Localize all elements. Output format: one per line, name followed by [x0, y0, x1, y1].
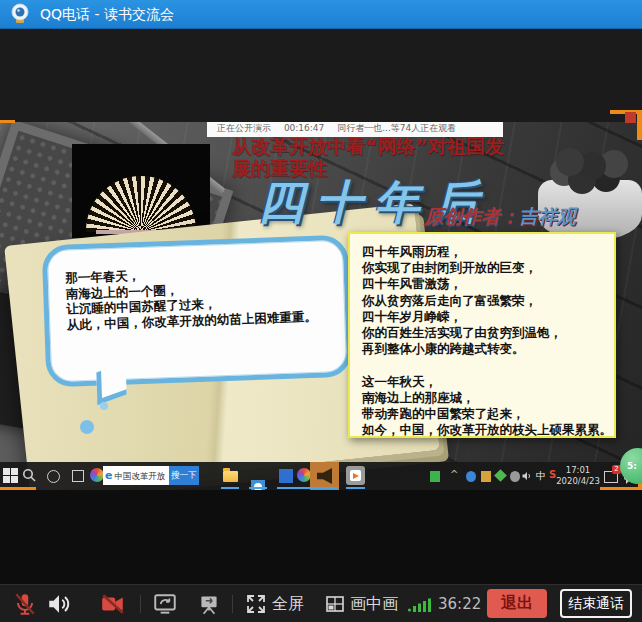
share-border-top-left	[0, 120, 15, 123]
taskbar-search-go-button[interactable]: 搜一下	[169, 466, 199, 485]
book-fan-pages	[86, 176, 196, 232]
active-presentation-app[interactable]	[310, 462, 339, 490]
cortana-icon[interactable]	[47, 470, 60, 483]
taskbar-search-query: 中国改革开放	[114, 471, 165, 481]
poem-line: 四十年风雷激荡，	[362, 276, 614, 292]
open-app-underline	[277, 487, 295, 489]
tray-accessibility-icon[interactable]	[510, 471, 520, 482]
camera-muted-icon[interactable]	[100, 591, 126, 617]
qq-call-window: QQ电话 - 读书交流会 那一年春天， 南海边上的一个圈， 让沉睡的中国苏醒了过…	[0, 0, 642, 622]
author-credit: 原创作者：吉祥观	[424, 204, 576, 230]
titlebar: QQ电话 - 读书交流会	[0, 0, 642, 29]
presentation-share-icon[interactable]	[196, 591, 222, 617]
window-title: QQ电话 - 读书交流会	[40, 0, 174, 28]
tray-green-icon[interactable]	[430, 471, 440, 482]
tray-caret-icon[interactable]: ^	[450, 469, 458, 480]
shared-screen: 那一年春天， 南海边上的一个圈， 让沉睡的中国苏醒了过来， 从此，中国，你改革开…	[0, 122, 642, 490]
divider	[140, 595, 141, 613]
poem-text-box: 四十年风雨历程， 你实现了由封闭到开放的巨变， 四十年风雷激荡， 你从贫穷落后走…	[348, 232, 616, 438]
banner-time: 00:16:47	[284, 123, 324, 133]
presenting-banner: 正在公开演示 00:16:47 同行者一也...等74人正在观看	[207, 122, 503, 137]
bubble-trail-dot	[80, 420, 94, 434]
poem-line	[362, 357, 614, 373]
share-border-bottom-right-h	[600, 487, 642, 490]
window-background-top	[0, 29, 642, 122]
clock-date: 2020/4/23	[556, 476, 600, 487]
media-player-app-icon[interactable]	[346, 466, 365, 485]
tray-volume-icon[interactable]	[521, 470, 533, 482]
screen-share-icon[interactable]	[152, 591, 178, 617]
poem-line: 这一年秋天，	[362, 374, 614, 390]
open-app-underline	[221, 487, 239, 489]
browser-pinwheel-icon[interactable]	[90, 468, 104, 482]
pip-label[interactable]: 画中画	[350, 594, 398, 615]
tray-diamond-icon[interactable]	[494, 469, 507, 482]
clock-time: 17:01	[556, 465, 600, 476]
open-app-underline	[346, 487, 365, 489]
tray-yellow-icon[interactable]	[481, 471, 491, 482]
author-name: 吉祥观	[519, 205, 576, 227]
ie-logo-icon: e	[103, 469, 114, 482]
poem-line: 如今，中国，你改革开放的枝头上硕果累累。	[362, 422, 614, 438]
tray-blue-icon[interactable]	[466, 471, 476, 482]
poem-line: 你实现了由封闭到开放的巨变，	[362, 260, 614, 276]
poem-line: 再到整体小康的跨越式转变。	[362, 341, 614, 357]
slide-title-line1: 从改革开放中看“网络”对祖国发	[232, 135, 504, 157]
poem-line: 你从贫穷落后走向了富强繁荣，	[362, 293, 614, 309]
start-button-icon[interactable]	[3, 468, 18, 483]
file-explorer-icon[interactable]	[223, 471, 238, 482]
pip-icon[interactable]	[326, 595, 344, 613]
exit-button[interactable]: 退出	[487, 589, 547, 618]
poem-line: 带动奔跑的中国繁荣了起来，	[362, 406, 614, 422]
task-view-icon[interactable]	[72, 470, 84, 482]
bubble-trail-dot-small	[100, 402, 108, 410]
poem-line: 四十年岁月峥嵘，	[362, 309, 614, 325]
call-control-bar: 全屏 画中画 36:22 退出 结束通话	[0, 584, 642, 622]
share-border-top-right-v	[637, 110, 642, 140]
open-app-underline	[311, 487, 338, 489]
open-book-photo	[72, 144, 210, 238]
banner-status: 正在公开演示	[217, 123, 271, 133]
taskbar-search-widget[interactable]: e中国改革开放	[103, 466, 169, 485]
blue-app-icon[interactable]	[279, 469, 293, 483]
color-wheel-app-icon[interactable]	[297, 468, 311, 482]
poem-line: 四十年风雨历程，	[362, 244, 614, 260]
divider	[232, 595, 233, 613]
webcam-icon	[8, 2, 32, 26]
window-background-bottom	[0, 490, 642, 584]
windows-taskbar: e中国改革开放 搜一下 ^	[0, 462, 642, 490]
taskbar-clock[interactable]: 17:01 2020/4/23	[556, 465, 600, 487]
fullscreen-label[interactable]: 全屏	[272, 594, 304, 615]
fullscreen-icon[interactable]	[246, 594, 266, 614]
succulent-plant-decor	[556, 148, 584, 176]
signal-strength-icon	[407, 597, 433, 612]
end-call-button[interactable]: 结束通话	[560, 589, 632, 618]
banner-viewers: 同行者一也...等74人正在观看	[337, 123, 456, 133]
author-label: 原创作者：	[424, 205, 519, 227]
call-timer: 36:22	[438, 595, 481, 613]
share-border-bottom-left	[0, 487, 36, 490]
taskbar-search-icon[interactable]	[22, 468, 36, 482]
bubble-poem-text: 那一年春天， 南海边上的一个圈， 让沉睡的中国苏醒了过来， 从此，中国，你改革开…	[65, 262, 317, 333]
poem-line: 你的百姓生活实现了由贫穷到温饱，	[362, 325, 614, 341]
microphone-muted-icon[interactable]	[12, 591, 38, 617]
poem-line: 南海边上的那座城，	[362, 390, 614, 406]
open-app-underline	[249, 487, 267, 489]
speaker-icon[interactable]	[46, 591, 72, 617]
speaker-glyph-icon	[317, 468, 332, 484]
stop-share-button[interactable]	[625, 112, 636, 123]
ime-indicator[interactable]: 中	[536, 469, 546, 483]
